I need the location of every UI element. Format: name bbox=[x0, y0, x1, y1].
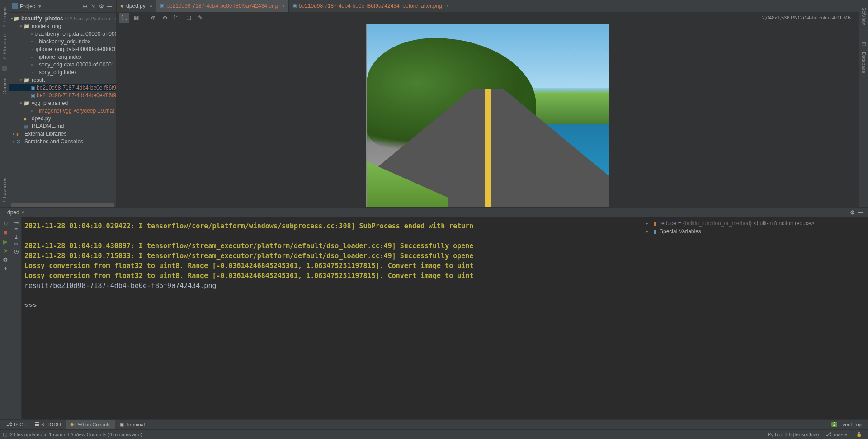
close-icon[interactable]: × bbox=[446, 3, 449, 9]
tree-file[interactable]: sony_orig.data-00000-of-00001 bbox=[9, 61, 116, 68]
file-icon bbox=[31, 54, 37, 60]
tree-file[interactable]: sony_orig.index bbox=[9, 68, 116, 76]
tab-dped[interactable]: ◆ dped.py × bbox=[117, 0, 156, 12]
tool-terminal[interactable]: ▣Terminal bbox=[115, 420, 150, 429]
chessboard-icon[interactable]: ▢ bbox=[184, 13, 193, 23]
event-badge: 2 bbox=[831, 422, 838, 427]
console-output[interactable]: 2021-11-28 01:04:10.029422: I tensorflow… bbox=[22, 217, 643, 419]
hide-icon[interactable]: — bbox=[856, 209, 864, 216]
status-python[interactable]: Python 3.6 (tensorflow) bbox=[764, 432, 822, 437]
history-icon[interactable]: ◷ bbox=[14, 248, 19, 255]
tree-file[interactable]: README.md bbox=[9, 122, 116, 130]
console-line: Lossy conversion from float32 to uint8. … bbox=[24, 271, 640, 281]
zoom-in-icon[interactable]: ⊕ bbox=[148, 13, 158, 23]
console-prompt[interactable]: >>> bbox=[24, 301, 640, 311]
left-tab-favorites[interactable]: 2: Favorites bbox=[2, 178, 7, 203]
gear-icon[interactable]: ⚙ bbox=[97, 2, 105, 10]
status-branch[interactable]: ⎇master bbox=[822, 431, 853, 437]
gear-icon[interactable]: ⚙ bbox=[848, 209, 856, 216]
database-icon: ▤ bbox=[861, 40, 867, 46]
tree-folder-vgg[interactable]: ▾ vgg_pretrained bbox=[9, 99, 116, 107]
tab-image-2[interactable]: ▣ be210d98-7187-4db4-be0e-f86f9a742434_b… bbox=[289, 0, 453, 12]
debug-icon[interactable]: ➤ bbox=[1, 246, 9, 255]
right-tab-database[interactable]: Database bbox=[861, 52, 867, 73]
tool-event-log[interactable]: 2Event Log bbox=[827, 420, 866, 429]
expand-icon[interactable]: ⇲ bbox=[89, 2, 97, 10]
folder-icon bbox=[24, 100, 30, 106]
tree-file[interactable]: iphone_orig.data-00000-of-00001 bbox=[9, 45, 116, 53]
tree-folder-result[interactable]: ▾ result bbox=[9, 76, 116, 84]
tree-scratches[interactable]: ▸⊙ Scratches and Consoles bbox=[9, 137, 116, 145]
tree-file[interactable]: blackberry_orig.data-00000-of-00001 bbox=[9, 30, 116, 38]
left-tool-gutter: 1: Project 7: Structure Commit 2: Favori… bbox=[0, 0, 9, 207]
tool-tab-dped[interactable]: dped× bbox=[4, 209, 28, 216]
tree-file[interactable]: iphone_orig.index bbox=[9, 53, 116, 61]
var-row[interactable]: ▸ ▮ reduce = {builtin_function_or_method… bbox=[646, 219, 865, 227]
close-icon[interactable]: × bbox=[150, 3, 152, 9]
project-tree[interactable]: ▾ beautify_photos C:\Users\yi\PycharmPro… bbox=[9, 13, 116, 203]
tool-git[interactable]: ⎇9: Git bbox=[2, 420, 30, 429]
scrollbar[interactable] bbox=[11, 203, 114, 207]
left-tab-commit[interactable]: Commit bbox=[2, 77, 7, 94]
softwrap-icon[interactable]: ≡ bbox=[14, 227, 18, 233]
rerun-icon[interactable]: ↻ bbox=[1, 219, 9, 227]
project-dropdown[interactable]: Project bbox=[20, 3, 37, 9]
chevron-down-icon[interactable]: ▾ bbox=[38, 3, 41, 9]
run-icon[interactable]: ▶ bbox=[1, 237, 9, 245]
tree-file[interactable]: imagenet-vgg-verydeep-19.mat bbox=[9, 107, 116, 114]
console-actions-gutter-2: ⇥ ≡ ⤓ ∞ ◷ bbox=[11, 217, 22, 419]
left-tab-project[interactable]: 1: Project bbox=[2, 6, 7, 27]
grid-icon[interactable]: ▦ bbox=[131, 13, 141, 23]
window-icon[interactable]: ◫ bbox=[3, 431, 7, 437]
fit-icon[interactable]: ⛶ bbox=[119, 13, 129, 23]
right-tool-gutter: SciView ▤ Database bbox=[859, 0, 868, 207]
wrap-icon[interactable]: ⇥ bbox=[14, 219, 19, 226]
tree-file[interactable]: dped.py bbox=[9, 114, 116, 122]
scroll-end-icon[interactable]: ⤓ bbox=[14, 234, 19, 240]
file-icon bbox=[31, 69, 37, 76]
stop-icon[interactable]: ■ bbox=[1, 228, 9, 236]
settings-icon[interactable]: ⚙ bbox=[1, 255, 9, 264]
image-icon bbox=[31, 85, 35, 91]
variables-pane[interactable]: ▸ ▮ reduce = {builtin_function_or_method… bbox=[643, 217, 868, 419]
link-icon[interactable]: ∞ bbox=[14, 241, 18, 247]
folder-icon bbox=[24, 77, 30, 83]
image-canvas[interactable] bbox=[117, 24, 859, 207]
project-icon bbox=[12, 3, 18, 9]
tree-external-libs[interactable]: ▸ External Libraries bbox=[9, 130, 116, 137]
hide-icon[interactable]: — bbox=[105, 2, 113, 10]
image-icon: ▣ bbox=[160, 3, 164, 8]
tree-file-selected[interactable]: be210d98-7187-4db4-be0e-f86f9a74... bbox=[9, 84, 116, 91]
tree-root[interactable]: ▾ beautify_photos C:\Users\yi\PycharmPro… bbox=[9, 14, 116, 22]
zoom-out-icon[interactable]: ⊖ bbox=[160, 13, 170, 23]
tree-folder-models[interactable]: ▾ models_orig bbox=[9, 22, 116, 30]
image-icon bbox=[31, 92, 35, 99]
tool-tab-row: dped× ⚙ — bbox=[0, 207, 868, 217]
zoom-actual-button[interactable]: 1:1 bbox=[172, 13, 182, 23]
tree-file[interactable]: blackberry_orig.index bbox=[9, 38, 116, 45]
tab-image-active[interactable]: ▣ be210d98-7187-4db4-be0e-f86f9a742434.p… bbox=[156, 0, 289, 12]
console-actions-gutter: ↻ ■ ▶ ➤ ⚙ ＋ bbox=[0, 217, 11, 419]
console-line: 2021-11-28 01:04:10.715033: I tensorflow… bbox=[24, 251, 640, 261]
right-tab-sciview[interactable]: SciView bbox=[861, 7, 867, 25]
tree-file[interactable]: be210d98-7187-4db4-be0e-f86f9a74... bbox=[9, 91, 116, 99]
image-preview bbox=[366, 24, 609, 207]
var-icon: ▮ bbox=[652, 220, 658, 227]
eyedrop-icon[interactable]: ✎ bbox=[195, 13, 205, 23]
close-icon[interactable]: × bbox=[21, 209, 24, 216]
console-line: result/be210d98-7187-4db4-be0e-f86f9a742… bbox=[24, 281, 640, 291]
add-icon[interactable]: ＋ bbox=[1, 264, 9, 273]
close-icon[interactable]: × bbox=[282, 3, 284, 9]
var-row[interactable]: ▸ ▮ Special Variables bbox=[646, 227, 865, 236]
tool-python-console[interactable]: ◆Python Console bbox=[66, 420, 115, 429]
python-console-panel: ↻ ■ ▶ ➤ ⚙ ＋ ⇥ ≡ ⤓ ∞ ◷ 2021-11-28 01:04:1… bbox=[0, 217, 868, 419]
file-icon bbox=[31, 61, 37, 68]
left-tab-structure[interactable]: 7: Structure bbox=[2, 34, 7, 60]
tool-todo[interactable]: ☰6: TODO bbox=[30, 420, 66, 429]
status-message[interactable]: 2 files updated in 1 commit // View Comm… bbox=[10, 432, 142, 437]
library-icon bbox=[16, 131, 23, 137]
editor-area: ◆ dped.py × ▣ be210d98-7187-4db4-be0e-f8… bbox=[117, 0, 859, 207]
lock-icon[interactable] bbox=[853, 432, 865, 437]
target-icon[interactable]: ⊕ bbox=[81, 2, 89, 10]
console-line: Lossy conversion from float32 to uint8. … bbox=[24, 261, 640, 271]
